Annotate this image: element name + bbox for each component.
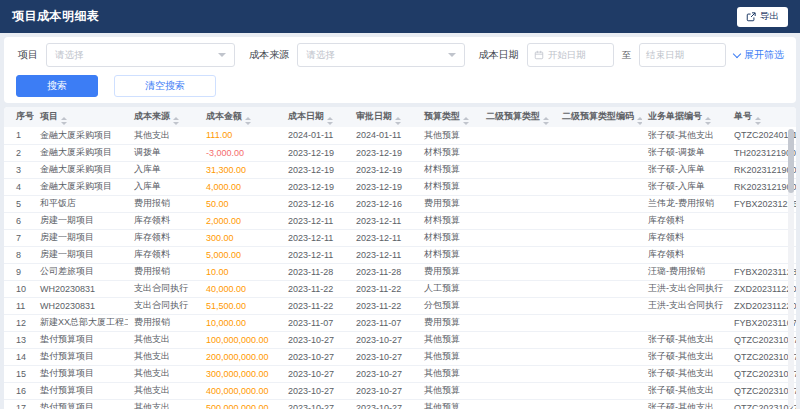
end-date-input[interactable]: 结束日期 — [639, 43, 726, 67]
cell-index: 12 — [4, 314, 34, 331]
column-header-doc-no[interactable]: 单号 — [728, 107, 796, 127]
expand-filters-link[interactable]: 展开筛选 — [734, 48, 784, 62]
cell-cost-source: 其他支出 — [128, 331, 200, 348]
sort-icon[interactable] — [327, 117, 333, 125]
project-select[interactable]: 请选择 — [46, 43, 235, 67]
cell-sub-budget-type-code — [556, 331, 642, 348]
cell-index: 5 — [4, 195, 34, 212]
cell-project: 房建一期项目 — [34, 229, 128, 246]
cell-project: WH20230831 — [34, 297, 128, 314]
table-row[interactable]: 5和平饭店费用报销50.002023-12-162023-12-16费用预算兰伟… — [4, 195, 796, 212]
column-header-index[interactable]: 序号 — [4, 107, 34, 127]
sort-icon[interactable] — [245, 117, 251, 125]
cell-business-doc-no: 汪璐-费用报销 — [642, 263, 728, 280]
table-row[interactable]: 14垫付预算项目其他支出200,000,000.002023-10-272023… — [4, 348, 796, 365]
cell-sub-budget-type — [480, 246, 556, 263]
cell-sub-budget-type-code — [556, 229, 642, 246]
table-row[interactable]: 12新建XX总部大厦工程二期费用报销10,000.002023-11-07202… — [4, 314, 796, 331]
sort-icon[interactable] — [755, 117, 761, 125]
cell-cost-amount: 400,000,000.00 — [200, 382, 282, 399]
column-header-cost-date[interactable]: 成本日期 — [282, 107, 350, 127]
cell-budget-type: 费用预算 — [418, 195, 480, 212]
clear-search-button[interactable]: 清空搜索 — [114, 75, 216, 97]
column-header-business-doc-no[interactable]: 业务单据编号 — [642, 107, 728, 127]
scrollbar-thumb[interactable] — [788, 129, 794, 193]
start-date-input[interactable]: 开始日期 — [527, 43, 614, 67]
column-header-sub-budget-type-code[interactable]: 二级预算类型编码 — [556, 107, 642, 127]
cell-cost-amount: 50.00 — [200, 195, 282, 212]
cell-sub-budget-type — [480, 195, 556, 212]
table-row[interactable]: 16垫付预算项目其他支出400,000,000.002023-10-272023… — [4, 382, 796, 399]
table-row[interactable]: 8房建一期项目库存领料5,000.002023-12-112023-12-11材… — [4, 246, 796, 263]
cell-sub-budget-type-code — [556, 144, 642, 161]
column-header-budget-type[interactable]: 预算类型 — [418, 107, 480, 127]
table-row[interactable]: 7房建一期项目库存领料300.002023-12-112023-12-11材料预… — [4, 229, 796, 246]
cell-business-doc-no: 张子硕-调拨单 — [642, 144, 728, 161]
table-row[interactable]: 1金融大厦采购项目其他支出111.002024-01-112024-01-11其… — [4, 127, 796, 144]
sort-icon[interactable] — [61, 117, 67, 125]
table-row[interactable]: 11WH20230831支出合同执行51,500.002023-11-22202… — [4, 297, 796, 314]
cell-business-doc-no: 兰伟龙-费用报销 — [642, 195, 728, 212]
table-row[interactable]: 17垫付预算项目其他支出500,000,000.002023-10-272023… — [4, 399, 796, 409]
cell-index: 14 — [4, 348, 34, 365]
sort-icon[interactable] — [395, 117, 401, 125]
filter-bar: 项目 请选择 成本来源 请选择 成本日期 开始日期 至 结束日期 — [4, 37, 796, 103]
cell-sub-budget-type-code — [556, 195, 642, 212]
cell-doc-no: FYBX20231128001 — [728, 263, 796, 280]
column-header-cost-amount[interactable]: 成本金额 — [200, 107, 282, 127]
cell-sub-budget-type-code — [556, 263, 642, 280]
cell-budget-type: 其他预算 — [418, 348, 480, 365]
table-row[interactable]: 9公司差旅项目费用报销10.002023-11-282023-11-28费用预算… — [4, 263, 796, 280]
calendar-icon — [534, 50, 544, 60]
cell-business-doc-no: 张子硕-入库单 — [642, 178, 728, 195]
sort-icon[interactable] — [705, 117, 711, 125]
cell-cost-date: 2023-10-27 — [282, 348, 350, 365]
sort-icon[interactable] — [463, 117, 469, 125]
cell-doc-no — [728, 246, 796, 263]
cell-sub-budget-type-code — [556, 161, 642, 178]
column-header-project[interactable]: 项目 — [34, 107, 128, 127]
sort-icon[interactable] — [637, 117, 642, 125]
cost-source-select[interactable]: 请选择 — [297, 43, 465, 67]
table-row[interactable]: 4金融大厦采购项目入库单4,000.002023-12-192023-12-19… — [4, 178, 796, 195]
sort-icon[interactable] — [173, 117, 179, 125]
cell-cost-amount: 300,000,000.00 — [200, 365, 282, 382]
cell-budget-type: 材料预算 — [418, 246, 480, 263]
app: 项目成本明细表 导出 项目 请选择 成本来源 请选择 成本日期 — [0, 0, 800, 409]
cell-cost-date: 2023-12-19 — [282, 161, 350, 178]
table-row[interactable]: 13垫付预算项目其他支出100,000,000.002023-10-272023… — [4, 331, 796, 348]
cell-sub-budget-type — [480, 280, 556, 297]
column-header-label: 二级预算类型编码 — [562, 111, 634, 121]
cost-table: 序号项目成本来源成本金额成本日期审批日期预算类型二级预算类型二级预算类型编码业务… — [4, 107, 796, 409]
cell-doc-no: TH20231219001 — [728, 144, 796, 161]
column-header-approval-date[interactable]: 审批日期 — [350, 107, 418, 127]
cost-table-card: 序号项目成本来源成本金额成本日期审批日期预算类型二级预算类型二级预算类型编码业务… — [4, 107, 796, 409]
table-row[interactable]: 6房建一期项目库存领料2,000.002023-12-112023-12-11材… — [4, 212, 796, 229]
table-row[interactable]: 2金融大厦采购项目调拨单-3,000.002023-12-192023-12-1… — [4, 144, 796, 161]
sort-icon[interactable] — [543, 117, 549, 125]
cell-index: 11 — [4, 297, 34, 314]
cost-date-filter-label: 成本日期 — [479, 48, 519, 62]
cell-project: WH20230831 — [34, 280, 128, 297]
cell-cost-source: 其他支出 — [128, 127, 200, 144]
table-row[interactable]: 15垫付预算项目其他支出300,000,000.002023-10-272023… — [4, 365, 796, 382]
search-button[interactable]: 搜索 — [16, 75, 98, 97]
column-header-cost-source[interactable]: 成本来源 — [128, 107, 200, 127]
cell-sub-budget-type — [480, 161, 556, 178]
table-row[interactable]: 10WH20230831支出合同执行40,000.002023-11-22202… — [4, 280, 796, 297]
cell-cost-source: 费用报销 — [128, 263, 200, 280]
export-button[interactable]: 导出 — [737, 7, 788, 27]
cell-cost-date: 2023-10-27 — [282, 382, 350, 399]
vertical-scrollbar[interactable] — [788, 129, 794, 407]
cell-sub-budget-type — [480, 399, 556, 409]
column-header-sub-budget-type[interactable]: 二级预算类型 — [480, 107, 556, 127]
export-icon — [746, 12, 756, 22]
cell-project: 房建一期项目 — [34, 212, 128, 229]
cell-index: 4 — [4, 178, 34, 195]
table-row[interactable]: 3金融大厦采购项目入库单31,300.002023-12-192023-12-1… — [4, 161, 796, 178]
cell-sub-budget-type-code — [556, 212, 642, 229]
cell-cost-date: 2023-11-07 — [282, 314, 350, 331]
end-date-placeholder: 结束日期 — [646, 49, 684, 62]
cell-cost-source: 支出合同执行 — [128, 280, 200, 297]
cell-doc-no: QTZC20231027002 — [728, 382, 796, 399]
